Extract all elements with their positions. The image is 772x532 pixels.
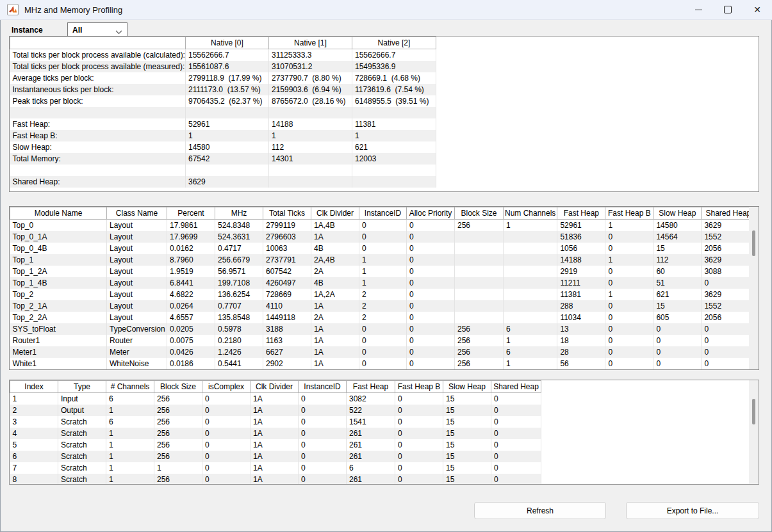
cell[interactable] bbox=[10, 107, 186, 118]
cell[interactable]: Scratch bbox=[58, 416, 106, 428]
cell[interactable]: 0 bbox=[407, 335, 455, 346]
cell[interactable]: Scratch bbox=[58, 474, 106, 485]
cell[interactable]: 524.8348 bbox=[215, 220, 263, 231]
cell[interactable]: 1A,2A bbox=[311, 289, 359, 300]
cell[interactable]: 0 bbox=[395, 439, 443, 451]
cell[interactable]: 256 bbox=[154, 439, 202, 451]
cell[interactable]: 1A bbox=[311, 231, 359, 243]
cell[interactable]: Top_1_4B bbox=[10, 277, 107, 289]
cell[interactable]: Layout bbox=[107, 312, 167, 323]
cell[interactable]: 1 bbox=[504, 358, 557, 369]
cell[interactable]: 2 bbox=[359, 312, 407, 323]
cell[interactable]: 0 bbox=[605, 346, 653, 358]
cell[interactable]: 1541 bbox=[347, 416, 395, 428]
cell[interactable]: 14564 bbox=[653, 231, 702, 243]
cell[interactable]: Meter1 bbox=[10, 346, 107, 358]
cell[interactable]: 0 bbox=[491, 474, 541, 485]
cell[interactable]: 11211 bbox=[557, 277, 605, 289]
cell[interactable]: Layout bbox=[107, 231, 167, 243]
cell[interactable]: 11381 bbox=[557, 289, 605, 300]
cell[interactable]: 0 bbox=[395, 405, 443, 416]
cell[interactable]: 0 bbox=[407, 323, 455, 335]
cell[interactable]: Layout bbox=[107, 300, 167, 312]
cell[interactable]: 1 bbox=[106, 405, 154, 416]
cell[interactable]: 15 bbox=[443, 405, 491, 416]
cell[interactable]: 1056 bbox=[557, 243, 605, 254]
cell[interactable]: 621 bbox=[352, 141, 436, 153]
cell[interactable]: 112 bbox=[268, 141, 352, 153]
cell[interactable] bbox=[455, 312, 504, 323]
cell[interactable]: 6 bbox=[504, 323, 557, 335]
cell[interactable]: 0 bbox=[491, 416, 541, 428]
cell[interactable]: 10063 bbox=[263, 243, 311, 254]
cell[interactable]: 0 bbox=[395, 451, 443, 462]
cell[interactable]: Layout bbox=[107, 277, 167, 289]
cell[interactable] bbox=[504, 231, 557, 243]
cell[interactable]: 0 bbox=[202, 428, 250, 439]
cell[interactable]: Fast Heap B: bbox=[10, 130, 186, 141]
cell[interactable]: 0 bbox=[359, 335, 407, 346]
cell[interactable]: Scratch bbox=[58, 439, 106, 451]
cell[interactable]: 0 bbox=[299, 474, 347, 485]
cell[interactable]: 3629 bbox=[702, 289, 755, 300]
cell[interactable]: 0.4717 bbox=[215, 243, 263, 254]
cell[interactable] bbox=[352, 176, 436, 188]
cell[interactable]: 15 bbox=[443, 451, 491, 462]
cell[interactable]: 524.3631 bbox=[215, 231, 263, 243]
cell[interactable]: 1 bbox=[605, 254, 653, 266]
cell[interactable]: 135.8548 bbox=[215, 312, 263, 323]
cell[interactable]: 15495336.9 bbox=[352, 61, 436, 72]
cell[interactable] bbox=[504, 289, 557, 300]
cell[interactable]: 2737790.7 (8.80 %) bbox=[268, 72, 352, 84]
cell[interactable]: Top_0_1A bbox=[10, 231, 107, 243]
cell[interactable]: 1A bbox=[311, 335, 359, 346]
cell[interactable]: 1A bbox=[250, 405, 299, 416]
cell[interactable] bbox=[504, 243, 557, 254]
cell[interactable]: 14580 bbox=[653, 220, 702, 231]
cell[interactable]: 256 bbox=[154, 393, 202, 405]
cell[interactable]: 1449118 bbox=[263, 312, 311, 323]
cell[interactable] bbox=[504, 300, 557, 312]
cell[interactable]: 2 bbox=[359, 300, 407, 312]
cell[interactable]: 4.6822 bbox=[167, 289, 215, 300]
cell[interactable]: 4110 bbox=[263, 300, 311, 312]
cell[interactable] bbox=[455, 277, 504, 289]
cell[interactable]: 0 bbox=[491, 405, 541, 416]
cell[interactable]: 3082 bbox=[347, 393, 395, 405]
cell[interactable]: 60 bbox=[653, 266, 702, 277]
cell[interactable]: 0 bbox=[407, 243, 455, 254]
cell[interactable]: 4 bbox=[10, 428, 58, 439]
cell[interactable]: Peak ticks per block: bbox=[10, 95, 186, 107]
cell[interactable]: 0 bbox=[653, 346, 702, 358]
cell[interactable]: 728669 bbox=[263, 289, 311, 300]
cell[interactable]: 0 bbox=[395, 416, 443, 428]
cell[interactable]: 136.6254 bbox=[215, 289, 263, 300]
cell[interactable] bbox=[352, 165, 436, 176]
cell[interactable]: 0 bbox=[359, 231, 407, 243]
cell[interactable]: 0 bbox=[359, 323, 407, 335]
cell[interactable]: 9706435.2 (62.37 %) bbox=[185, 95, 268, 107]
cell[interactable]: 6 bbox=[504, 346, 557, 358]
cell[interactable]: 1 bbox=[359, 266, 407, 277]
cell[interactable]: 0 bbox=[407, 254, 455, 266]
cell[interactable]: 12003 bbox=[352, 153, 436, 165]
scrollbar-thumb[interactable] bbox=[752, 399, 755, 424]
cell[interactable]: 17.9699 bbox=[167, 231, 215, 243]
cell[interactable]: 2796603 bbox=[263, 231, 311, 243]
cell[interactable]: 0 bbox=[653, 335, 702, 346]
cell[interactable]: 0 bbox=[299, 462, 347, 474]
cell[interactable]: 0 bbox=[395, 462, 443, 474]
cell[interactable]: 15 bbox=[443, 428, 491, 439]
scrollbar-thumb[interactable] bbox=[752, 230, 755, 256]
cell[interactable]: 0.0162 bbox=[167, 243, 215, 254]
cell[interactable]: 1 bbox=[185, 130, 268, 141]
cell[interactable]: 3088 bbox=[702, 266, 755, 277]
cell[interactable]: 1A bbox=[311, 346, 359, 358]
cell[interactable]: 0.0075 bbox=[167, 335, 215, 346]
cell[interactable]: 2 bbox=[359, 289, 407, 300]
cell[interactable]: 1 bbox=[106, 462, 154, 474]
cell[interactable]: Router bbox=[107, 335, 167, 346]
cell[interactable]: 261 bbox=[347, 428, 395, 439]
cell[interactable]: 1A bbox=[250, 451, 299, 462]
cell[interactable]: 0 bbox=[359, 243, 407, 254]
